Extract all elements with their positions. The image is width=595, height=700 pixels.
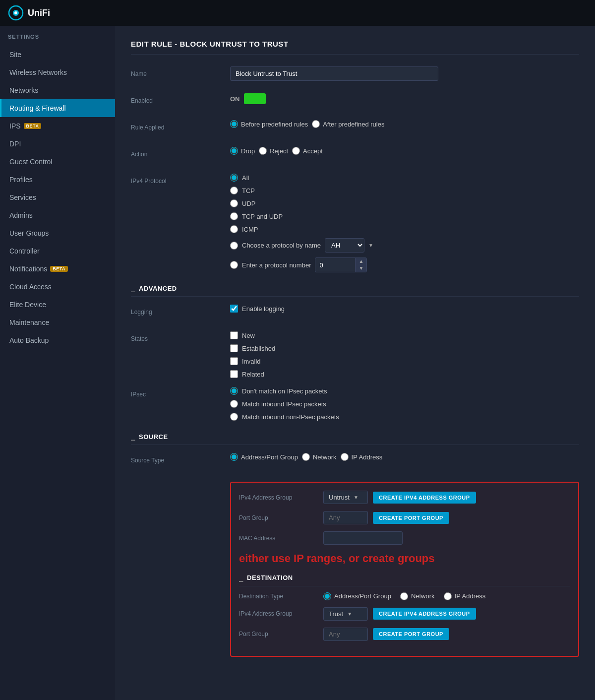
sidebar-item-dpi[interactable]: DPI (0, 135, 115, 153)
proto-icmp-input[interactable] (230, 225, 238, 233)
sidebar-item-auto-backup[interactable]: Auto Backup (0, 331, 115, 349)
sidebar-item-site[interactable]: Site (0, 46, 115, 64)
dest-network-input[interactable] (400, 592, 408, 600)
ipsec-no-match-label: Don't match on IPsec packets (242, 387, 327, 395)
dest-address-radio[interactable]: Address/Port Group (323, 592, 391, 600)
rule-after-input[interactable] (312, 120, 320, 128)
sidebar-item-ips[interactable]: IPSBETA (0, 117, 115, 135)
state-established-checkbox[interactable]: Established (230, 344, 275, 352)
sidebar-item-services[interactable]: Services (0, 189, 115, 206)
source-network-radio[interactable]: Network (302, 453, 337, 461)
source-collapse-icon[interactable]: ⎯ (131, 433, 135, 441)
state-invalid-input[interactable] (230, 357, 238, 365)
logging-label: Logging (131, 305, 230, 316)
state-established-input[interactable] (230, 344, 238, 352)
logging-checkbox-input[interactable] (230, 305, 238, 313)
sidebar-item-notifications[interactable]: NotificationsBETA (0, 260, 115, 278)
sidebar-item-admins[interactable]: Admins (0, 206, 115, 224)
mac-address-input[interactable] (323, 531, 403, 545)
create-ipv4-source-button[interactable]: CREATE IPV4 ADDRESS GROUP (373, 492, 476, 504)
destination-collapse-icon[interactable]: ⎯ (239, 574, 243, 582)
dest-ip-input[interactable] (444, 592, 452, 600)
rule-before-radio[interactable]: Before predefined rules (230, 120, 308, 128)
rule-before-input[interactable] (230, 120, 238, 128)
state-invalid-checkbox[interactable]: Invalid (230, 357, 275, 365)
proto-by-name-input[interactable] (230, 242, 238, 250)
proto-udp-input[interactable] (230, 199, 238, 207)
state-related-checkbox[interactable]: Related (230, 370, 275, 378)
logo: UniFi (8, 5, 50, 21)
sidebar-item-guest-control[interactable]: Guest Control (0, 153, 115, 171)
create-port-dest-button[interactable]: CREATE PORT GROUP (373, 628, 449, 640)
logo-text: UniFi (28, 8, 50, 18)
sidebar-item-label-maintenance: Maintenance (9, 318, 49, 326)
action-accept-radio[interactable]: Accept (292, 147, 323, 155)
dest-ip-radio[interactable]: IP Address (444, 592, 486, 600)
source-type-label: Source Type (131, 453, 230, 464)
enable-logging-checkbox[interactable]: Enable logging (230, 305, 285, 313)
sidebar-item-cloud-access[interactable]: Cloud Access (0, 278, 115, 296)
sidebar-item-wireless-networks[interactable]: Wireless Networks (0, 64, 115, 81)
destination-sub-section: ⎯ DESTINATION Destination Type Address/P… (239, 574, 570, 641)
action-reject-radio[interactable]: Reject (259, 147, 288, 155)
proto-all-input[interactable] (230, 174, 238, 182)
ipsec-no-match-radio[interactable]: Don't match on IPsec packets (230, 387, 339, 395)
state-new-input[interactable] (230, 331, 238, 339)
source-ip-radio[interactable]: IP Address (341, 453, 383, 461)
ipv4-dest-dropdown[interactable]: Trust ▼ (323, 607, 368, 621)
protocol-name-select[interactable]: AH ESP GRE OSPF IGMP (325, 238, 364, 253)
state-related-input[interactable] (230, 370, 238, 378)
number-spinners: ▲ ▼ (355, 258, 366, 272)
proto-tcp-radio[interactable]: TCP (230, 187, 373, 194)
ipsec-no-match-input[interactable] (230, 387, 238, 395)
proto-by-name-radio[interactable]: Choose a protocol by name (230, 242, 321, 250)
ipsec-no-inbound-input[interactable] (230, 413, 238, 421)
state-new-checkbox[interactable]: New (230, 331, 275, 339)
proto-by-name-label: Choose a protocol by name (242, 242, 321, 249)
action-drop-radio[interactable]: Drop (230, 147, 255, 155)
sidebar-item-networks[interactable]: Networks (0, 81, 115, 99)
proto-udp-radio[interactable]: UDP (230, 199, 373, 207)
sidebar-item-user-groups[interactable]: User Groups (0, 224, 115, 242)
source-address-input[interactable] (230, 453, 238, 461)
sidebar-item-elite-device[interactable]: Elite Device (0, 296, 115, 314)
dest-network-radio[interactable]: Network (400, 592, 435, 600)
proto-tcp-udp-input[interactable] (230, 212, 238, 220)
protocol-options-group: All TCP UDP TCP and UDP (230, 174, 373, 272)
sidebar-item-profiles[interactable]: Profiles (0, 171, 115, 189)
source-address-radio[interactable]: Address/Port Group (230, 453, 298, 461)
action-drop-input[interactable] (230, 147, 238, 155)
proto-icmp-radio[interactable]: ICMP (230, 225, 373, 233)
sidebar-item-maintenance[interactable]: Maintenance (0, 314, 115, 331)
source-ip-input[interactable] (341, 453, 349, 461)
source-network-input[interactable] (302, 453, 310, 461)
port-group-source-input[interactable] (323, 511, 368, 524)
protocol-number-input[interactable] (315, 259, 355, 271)
proto-tcp-udp-radio[interactable]: TCP and UDP (230, 212, 373, 220)
spinner-up-btn[interactable]: ▲ (356, 258, 366, 265)
mac-address-row: MAC Address (239, 531, 570, 545)
spinner-down-btn[interactable]: ▼ (356, 265, 366, 272)
sidebar-item-routing-firewall[interactable]: Routing & Firewall (0, 99, 115, 117)
create-ipv4-dest-button[interactable]: CREATE IPV4 ADDRESS GROUP (373, 608, 476, 620)
dest-address-input[interactable] (323, 592, 331, 600)
ipsec-no-inbound-radio[interactable]: Match inbound non-IPsec packets (230, 413, 339, 421)
create-port-source-button[interactable]: CREATE PORT GROUP (373, 512, 449, 524)
proto-all-radio[interactable]: All (230, 174, 373, 182)
toggle-switch[interactable] (244, 93, 266, 104)
rule-after-radio[interactable]: After predefined rules (312, 120, 384, 128)
ipv4-source-dropdown[interactable]: Untrust ▼ (323, 491, 368, 504)
proto-by-number-radio[interactable]: Enter a protocol number (230, 261, 311, 269)
proto-tcp-input[interactable] (230, 187, 238, 194)
port-group-dest-input[interactable] (323, 628, 368, 641)
ipsec-match-inbound-radio[interactable]: Match inbound IPsec packets (230, 400, 339, 408)
ipsec-match-inbound-input[interactable] (230, 400, 238, 408)
action-accept-input[interactable] (292, 147, 300, 155)
sidebar-item-controller[interactable]: Controller (0, 242, 115, 260)
proto-icmp-label: ICMP (242, 226, 258, 233)
advanced-collapse-icon[interactable]: ⎯ (131, 284, 135, 292)
proto-by-number-input[interactable] (230, 261, 238, 269)
action-reject-input[interactable] (259, 147, 267, 155)
name-input[interactable] (230, 66, 438, 81)
ipsec-radios: Don't match on IPsec packets Match inbou… (230, 387, 339, 421)
